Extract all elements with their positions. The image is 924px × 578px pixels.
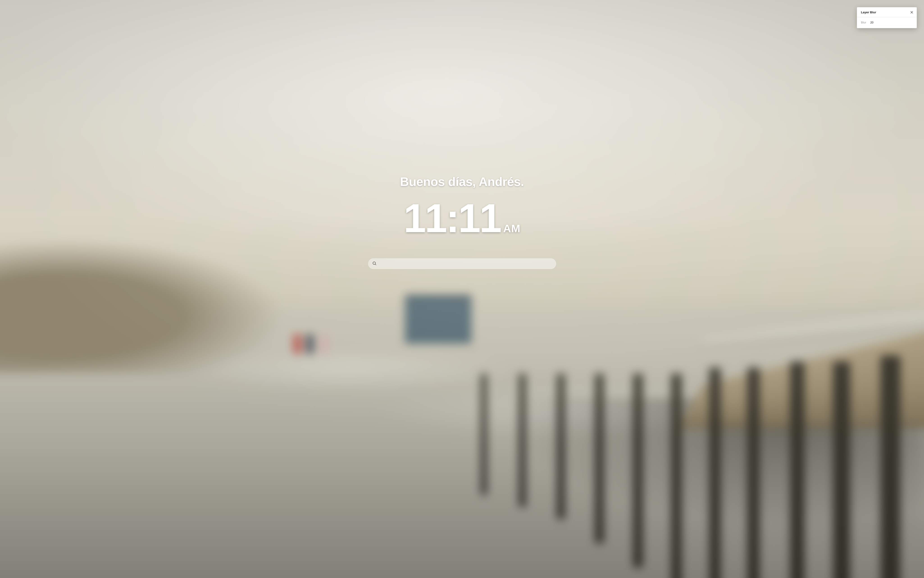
search-icon: [372, 261, 377, 266]
svg-line-1: [375, 264, 376, 265]
greeting-text: Buenos días, Andrés.: [400, 174, 524, 189]
clock: 11:11 AM: [403, 198, 520, 239]
clock-ampm: AM: [503, 223, 521, 234]
layer-blur-panel: Layer Blur Blur: [857, 7, 917, 28]
search-input[interactable]: [377, 261, 552, 266]
search-bar[interactable]: [368, 258, 556, 269]
blur-value-input[interactable]: [870, 21, 884, 24]
clock-time: 11:11: [403, 198, 500, 239]
close-icon[interactable]: [909, 10, 914, 14]
blur-field-label: Blur: [861, 21, 866, 24]
panel-title: Layer Blur: [861, 11, 876, 14]
